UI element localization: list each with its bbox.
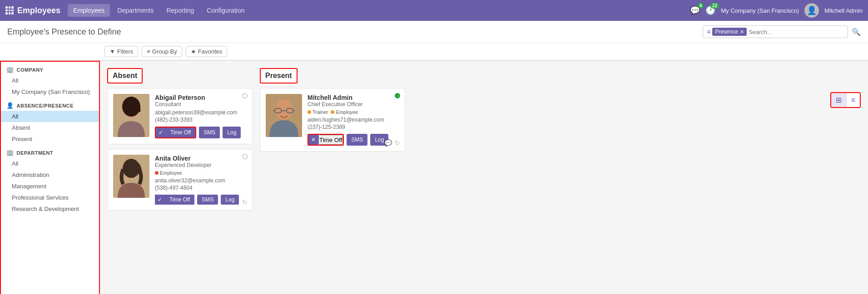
kanban-column-absent: Absent Abigail Peterso [107,68,253,215]
employee-card-mitchell: Mitchell Admin Chief Executive Officer T… [260,88,405,152]
refresh-icon-anita: ↻ [242,198,248,206]
tag-dot-trainer [308,110,311,114]
employee-email-mitchell: aiden.hughes71@example.com [308,117,399,123]
activity-notification[interactable]: 🕐 22 [705,5,715,15]
employee-phone-mitchell: (237)-125-2389 [308,124,399,130]
sms-log-group-mitchell: SMS Log [347,134,388,146]
sidebar-section-company: 🏢 COMPANY [1,62,99,75]
user-name[interactable]: Mitchell Admin [824,7,863,14]
menu-item-configuration[interactable]: Configuration [201,4,250,17]
filters-button[interactable]: ▼ Filters [104,46,138,57]
top-menu: Employees Departments Reporting Configur… [68,4,686,17]
card-actions-anita: ✓ Time Off SMS Log [155,195,247,205]
employee-name-abigail: Abigail Peterson [155,94,247,101]
card-bottom-icons-anita: ↻ [242,198,248,206]
employee-email-abigail: abigail.peterson39@example.com [155,109,247,116]
present-column-header: Present [260,68,298,83]
chat-badge: 4 [698,3,704,9]
activity-badge: 22 [710,3,719,9]
employee-tags-anita: Employee [155,170,247,176]
tag-employee-mitchell: Employee [331,109,358,115]
company-section-icon: 🏢 [6,66,14,73]
employee-card-anita: Anita Oliver Experienced Developer Emplo… [107,149,253,211]
employee-email-anita: anita.oliver32@example.com [155,177,247,184]
sidebar-section-absence-presence: 👤 ABSENCE/PRESENCE [1,98,99,111]
search-submit-icon[interactable]: 🔍 [852,28,861,36]
company-selector[interactable]: My Company (San Francisco) [721,7,799,14]
card-bottom-icons-mitchell: 💬 ↻ [384,139,400,147]
sidebar-item-dept-management[interactable]: Management [1,181,99,192]
card-actions-abigail: ✓ Time Off SMS Log [155,127,247,138]
filter-bar: ▼ Filters ≡ Group By ★ Favorites [0,43,868,60]
time-off-group-anita: ✓ Time Off [155,195,194,205]
time-off-x-button-mitchell[interactable]: ✕ [308,135,318,145]
employee-card-abigail: Abigail Peterson Consultant abigail.pete… [107,88,253,144]
search-bar-icon: ≡ [707,28,710,35]
sidebar-item-ap-all[interactable]: All [1,111,99,122]
employee-phone-anita: (538)-497-4804 [155,185,247,191]
apps-grid-icon[interactable] [5,6,14,15]
employee-info-abigail: Abigail Peterson Consultant abigail.pete… [155,94,247,138]
employee-name-mitchell: Mitchell Admin [308,94,399,101]
sidebar-item-dept-rd[interactable]: Research & Development [1,203,99,215]
sidebar-section-department: 🏢 DEPARTMENT [1,145,99,158]
sidebar-item-dept-administration[interactable]: Administration [1,169,99,181]
top-navigation: Employees Employees Departments Reportin… [0,0,868,21]
sidebar-item-dept-all[interactable]: All [1,158,99,169]
time-off-group-abigail: ✓ Time Off [155,127,196,138]
content-area: Absent Abigail Peterso [100,61,868,294]
absence-section-icon: 👤 [6,102,14,109]
employee-info-anita: Anita Oliver Experienced Developer Emplo… [155,155,247,205]
search-input[interactable] [749,29,844,35]
time-off-check-button-abigail[interactable]: ✓ [156,127,166,137]
employee-title-anita: Experienced Developer [155,162,247,168]
filter-funnel-icon: ▼ [109,48,115,55]
menu-item-departments[interactable]: Departments [112,4,159,17]
tag-dot-anita [155,171,159,175]
favorites-button[interactable]: ★ Favorites [186,46,227,57]
employee-photo-mitchell [266,94,302,137]
time-off-check-button-anita[interactable]: ✓ [155,195,165,205]
chat-notification[interactable]: 💬 4 [690,5,700,15]
sms-button-anita[interactable]: SMS [197,195,218,205]
time-off-group-mitchell: ✕ Time Off [308,134,344,146]
sidebar: 🏢 COMPANY All My Company (San Francisco)… [0,61,100,294]
employee-photo-anita [113,155,149,198]
sms-button-mitchell[interactable]: SMS [347,134,367,146]
kanban-column-present: Present [260,68,405,156]
sidebar-item-company-all[interactable]: All [1,75,99,86]
group-by-button[interactable]: ≡ Group By [142,46,182,57]
search-tag-remove-icon[interactable]: ✕ [740,29,744,35]
tag-employee-anita: Employee [155,170,182,176]
employee-phone-abigail: (482)-233-3393 [155,117,247,123]
time-off-button-anita[interactable]: Time Off [165,195,194,205]
sms-log-group-anita: SMS Log [197,195,239,205]
sidebar-item-company-sf[interactable]: My Company (San Francisco) [1,86,99,98]
user-avatar[interactable]: 👤 [804,3,819,18]
employee-tags-mitchell: Trainer Employee [308,109,399,115]
app-name: Employees [17,6,60,15]
sidebar-item-dept-professional-services[interactable]: Professional Services [1,192,99,203]
search-bar: ≡ Presence ✕ [703,25,848,38]
status-dot-abigail [242,93,248,98]
menu-item-reporting[interactable]: Reporting [161,4,199,17]
sms-button-abigail[interactable]: SMS [199,127,220,138]
log-button-abigail[interactable]: Log [223,127,241,138]
kanban-board: Absent Abigail Peterso [107,68,861,215]
time-off-button-abigail[interactable]: Time Off [166,127,195,137]
tag-dot-employee [331,110,334,114]
sidebar-item-ap-present[interactable]: Present [1,133,99,145]
main-layout: 🏢 COMPANY All My Company (San Francisco)… [0,61,868,294]
time-off-button-mitchell[interactable]: Time Off [318,135,343,145]
app-logo[interactable]: Employees [5,6,60,15]
employee-info-mitchell: Mitchell Admin Chief Executive Officer T… [308,94,399,146]
tag-trainer-mitchell: Trainer [308,109,328,115]
log-button-anita[interactable]: Log [221,195,239,205]
sms-log-group-abigail: SMS Log [199,127,241,138]
employee-name-anita: Anita Oliver [155,155,247,162]
refresh-icon-mitchell: ↻ [395,139,400,147]
sidebar-item-ap-absent[interactable]: Absent [1,122,99,133]
status-dot-anita [242,154,248,159]
menu-item-employees[interactable]: Employees [68,4,110,17]
page-header: Employee's Presence to Define ≡ Presence… [0,21,868,43]
